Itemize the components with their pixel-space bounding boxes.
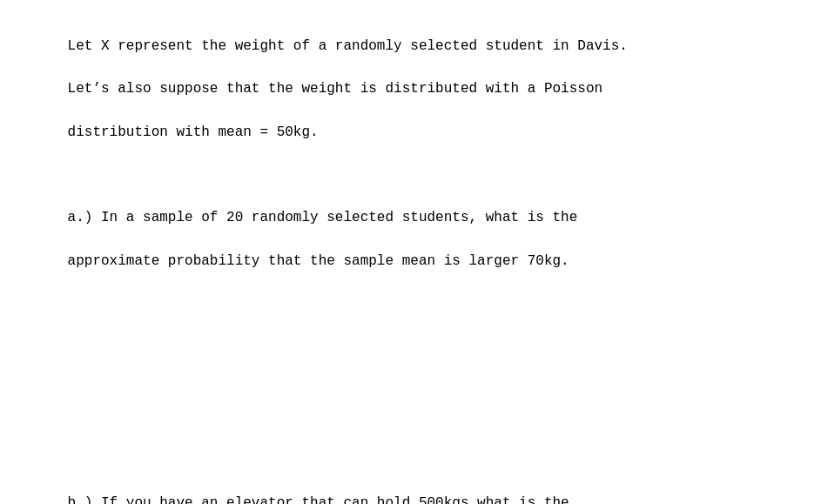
part-b-text: b.) If you have an elevator that can hol…: [17, 472, 804, 504]
intro-text: Let X represent the weight of a randomly…: [17, 14, 804, 165]
part-a-line2: approximate probability that the sample …: [68, 253, 569, 269]
page-container: Let X represent the weight of a randomly…: [0, 0, 821, 504]
intro-line2: Let’s also suppose that the weight is di…: [68, 81, 603, 97]
vertical-spacer: [17, 315, 804, 472]
part-b-paragraph: b.) If you have an elevator that can hol…: [17, 472, 804, 504]
part-b-line1: b.) If you have an elevator that can hol…: [68, 495, 569, 504]
intro-line1: Let X represent the weight of a randomly…: [68, 38, 628, 54]
part-a-paragraph: a.) In a sample of 20 randomly selected …: [17, 186, 804, 294]
part-a-text: a.) In a sample of 20 randomly selected …: [17, 186, 804, 294]
part-a-line1: a.) In a sample of 20 randomly selected …: [68, 210, 578, 225]
intro-paragraph: Let X represent the weight of a randomly…: [17, 14, 804, 165]
intro-line3: distribution with mean = 50kg.: [68, 124, 319, 140]
